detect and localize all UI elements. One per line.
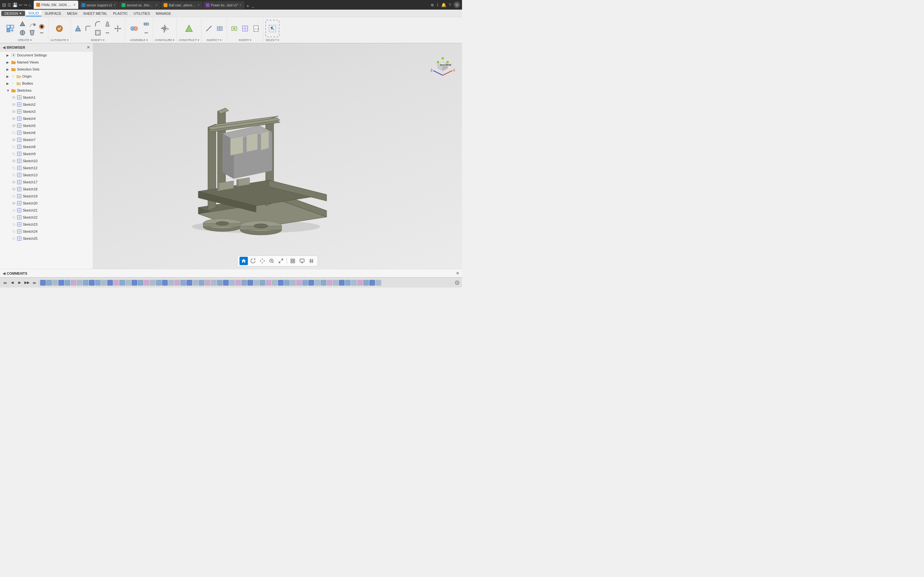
insert-decal-btn[interactable] <box>229 20 239 37</box>
tree-item-sketch7[interactable]: Sketch7 <box>0 136 93 143</box>
help-icon[interactable]: ? <box>449 3 451 7</box>
timeline-next-btn[interactable]: ▶▶ <box>23 279 31 286</box>
tab-3-close[interactable]: ✕ <box>155 3 158 7</box>
vp-zoom-fit-btn[interactable] <box>277 257 285 265</box>
tab-4-close[interactable]: ✕ <box>197 3 200 7</box>
timeline-prev-btn[interactable]: ◀ <box>9 279 16 286</box>
create-hole-btn[interactable] <box>37 23 46 31</box>
vp-view-mode-btn[interactable] <box>289 257 297 265</box>
modify-fillet-btn[interactable] <box>84 24 93 33</box>
home-icon[interactable]: ⌂ <box>29 3 31 7</box>
inspect-measure-btn[interactable] <box>204 20 214 37</box>
new-tab-btn[interactable]: + <box>245 3 250 9</box>
tree-item-sketch23[interactable]: Sketch23 <box>0 221 93 228</box>
insert-svg-btn[interactable]: SVG <box>251 20 261 37</box>
create-revolve-btn[interactable] <box>18 29 27 37</box>
tree-item-sketch12[interactable]: Sketch12 <box>0 164 93 171</box>
tree-item-sketch24[interactable]: Sketch24 <box>0 228 93 235</box>
tree-item-selection-sets[interactable]: ▶ Selection Sets <box>0 66 93 73</box>
browser-close-btn[interactable]: ✕ <box>87 45 90 50</box>
tab-5-close[interactable]: ✕ <box>239 3 242 7</box>
tree-item-sketch22[interactable]: Sketch22 <box>0 214 93 221</box>
modify-more-btn[interactable]: ••• <box>103 29 112 37</box>
menu-utilities[interactable]: UTILITIES <box>131 11 152 16</box>
menu-mesh[interactable]: MESH <box>65 11 80 16</box>
modify-shell-btn[interactable] <box>94 29 102 37</box>
tree-item-sketch25[interactable]: Sketch25 <box>0 235 93 242</box>
modify-move-btn[interactable] <box>113 20 123 37</box>
design-dropdown-btn[interactable]: DESIGN ▼ <box>1 11 25 16</box>
timeline-end-btn[interactable]: ⏭ <box>31 279 38 286</box>
menu-sheet-metal[interactable]: SHEET METAL <box>81 11 110 16</box>
sidebar-collapse-bottom-btn[interactable]: ◀ <box>3 271 5 276</box>
timeline-track[interactable] <box>40 279 453 287</box>
sidebar-collapse-btn[interactable]: ◀ <box>3 45 5 50</box>
vp-pan-btn[interactable] <box>258 257 267 265</box>
modify-press-pull-btn[interactable] <box>73 20 83 37</box>
automate-btn[interactable] <box>53 20 65 37</box>
vp-display-btn[interactable] <box>298 257 306 265</box>
create-more-btn[interactable]: ••• <box>37 31 46 35</box>
tree-item-bodies[interactable]: ▶ Bodies <box>0 80 93 87</box>
menu-plastic[interactable]: PLASTIC <box>110 11 130 16</box>
notification-icon[interactable]: 🔔 <box>441 3 446 7</box>
tree-item-origin[interactable]: ▶ Origin <box>0 73 93 80</box>
tree-item-sketch2[interactable]: Sketch2 <box>0 101 93 108</box>
user-avatar[interactable]: U <box>454 2 460 8</box>
inspect-section-btn[interactable] <box>215 20 225 37</box>
assemble-more1-btn[interactable] <box>142 20 151 28</box>
tree-item-sketch3[interactable]: Sketch3 <box>0 108 93 115</box>
vp-home-btn[interactable] <box>240 257 248 265</box>
tree-item-sketch9[interactable]: Sketch9 <box>0 150 93 157</box>
tree-item-sketch10[interactable]: Sketch10 <box>0 157 93 164</box>
tab-1[interactable]: FINAL SW...SIGN v2* ✕ <box>34 1 78 9</box>
select-btn[interactable] <box>265 20 279 37</box>
create-new-component-btn[interactable] <box>3 20 17 37</box>
undo-icon[interactable]: ↩ <box>19 3 23 7</box>
tab-1-close[interactable]: ✕ <box>73 3 76 6</box>
tab-3[interactable]: second se...thing v2 ✕ <box>119 1 160 9</box>
modify-chamfer-btn[interactable] <box>94 20 102 28</box>
timeline-settings-btn[interactable] <box>454 279 461 286</box>
vp-zoom-btn[interactable] <box>268 257 276 265</box>
timeline-play-btn[interactable]: ▶ <box>16 279 23 286</box>
save-icon[interactable]: 💾 <box>13 3 18 7</box>
tab-5[interactable]: Power bo...bed v1* ✕ <box>203 1 244 9</box>
tab-2-close[interactable]: ✕ <box>113 3 116 7</box>
tree-item-sketch6[interactable]: Sketch6 <box>0 129 93 136</box>
tree-item-sketch18[interactable]: Sketch18 <box>0 185 93 193</box>
menu-manage[interactable]: MANAGE <box>153 11 174 16</box>
tab-4[interactable]: Ball cast...ptions v1 ✕ <box>161 1 202 9</box>
timeline-begin-btn[interactable]: ⏮ <box>1 279 8 286</box>
tree-item-sketch19[interactable]: Sketch19 <box>0 193 93 200</box>
tree-item-sketch17[interactable]: Sketch17 <box>0 179 93 185</box>
app-switcher-icon[interactable]: ⊕ <box>431 3 434 7</box>
redo-icon[interactable]: ↪ <box>24 3 27 7</box>
assemble-joint-btn[interactable] <box>127 20 141 37</box>
tab-overflow-btn[interactable]: ⌄ <box>251 4 255 9</box>
menu-surface[interactable]: SURFACE <box>42 11 64 16</box>
app-grid-icon[interactable]: ⊞ <box>2 2 6 8</box>
tree-item-sketch5[interactable]: Sketch5 <box>0 122 93 129</box>
tree-item-sketch4[interactable]: Sketch4 <box>0 115 93 122</box>
tree-item-sketch21[interactable]: Sketch21 <box>0 207 93 214</box>
create-extrude-btn[interactable] <box>18 20 27 28</box>
tree-item-named-views[interactable]: ▶ Named Views <box>0 59 93 66</box>
tree-item-sketches[interactable]: ▼ Sketches <box>0 87 93 94</box>
modify-draft-btn[interactable] <box>103 20 112 28</box>
vp-grid-btn[interactable] <box>307 257 316 265</box>
tree-item-sketch1[interactable]: Sketch1 <box>0 94 93 101</box>
tree-item-sketch20[interactable]: Sketch20 <box>0 200 93 207</box>
comments-close-btn[interactable]: ✕ <box>456 271 459 276</box>
view-cube[interactable]: X Z BOTTOM <box>430 50 456 79</box>
create-loft-btn[interactable] <box>27 29 37 36</box>
construct-btn[interactable] <box>182 20 196 37</box>
vp-orbit-btn[interactable] <box>249 257 257 265</box>
menu-solid[interactable]: SOLID <box>26 11 41 16</box>
tree-item-sketch13[interactable]: Sketch13 <box>0 171 93 179</box>
assemble-more2-btn[interactable]: ••• <box>142 29 151 37</box>
tree-item-sketch8[interactable]: Sketch8 <box>0 143 93 150</box>
create-sweep-btn[interactable] <box>27 21 37 29</box>
insert-canvas-btn[interactable] <box>240 20 250 37</box>
tab-2[interactable]: sensor support v1 ✕ <box>79 1 119 9</box>
